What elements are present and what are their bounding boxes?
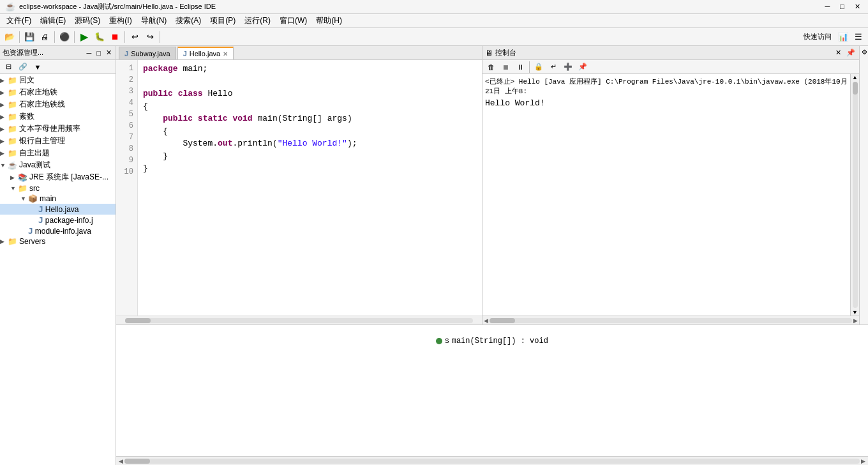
editor-tab-Subway-java[interactable]: JSubway.java [119,47,176,59]
tab-close-btn[interactable]: ✕ [223,50,228,57]
close-button[interactable]: ✕ [852,3,863,11]
tree-item[interactable]: ▶📁石家庄地铁线 [0,98,116,111]
console-sep [529,61,530,73]
bottom-scroll-left[interactable]: ◀ [117,458,124,464]
menu-item[interactable]: 搜索(A) [172,14,205,27]
right-strip-btn[interactable]: ⚙ [859,47,868,57]
console-close-btn[interactable]: ✕ [834,49,842,57]
outline-content: S main(String[]) : void [116,325,868,456]
tree-arrow-icon: ▼ [10,185,18,192]
editor-tab-Hello-java[interactable]: JHello.java✕ [177,47,234,59]
tree-item[interactable]: ▼☕Java测试 [0,159,116,171]
tree-arrow-icon: ▶ [0,150,8,156]
toolbar-btn-6[interactable]: ↪ [143,30,157,44]
tree-item-label: 银行自主管理 [19,135,65,146]
console-hscroll-track [490,318,852,323]
perspective-btn-2[interactable]: ☰ [851,30,865,44]
editor-area: JSubway.javaJHello.java✕ 12345678910 pac… [116,46,483,324]
menu-item[interactable]: 运行(R) [241,14,274,27]
collapse-all-btn[interactable]: ⊟ [1,60,15,74]
console-header: 🖥 控制台 ✕ 📌 [483,46,859,60]
tree-item[interactable]: ▶📚JRE 系统库 [JavaSE-... [0,171,116,183]
toolbar-stop[interactable]: ⏹ [108,30,122,44]
menu-item[interactable]: 项目(P) [206,14,239,27]
console-scroll-right[interactable]: ▶ [852,317,859,324]
console-vertical-scrollbar[interactable]: ▲ ▼ [850,74,859,316]
link-editor-btn[interactable]: 🔗 [16,60,30,74]
console-terminate-btn[interactable]: ⏸ [513,60,527,74]
folder-icon: 📁 [8,76,17,85]
toolbar-btn-1[interactable]: 📂 [3,30,17,44]
folder-icon: 📁 [8,237,17,246]
console-scrollbar-bottom[interactable]: ◀ ▶ [483,316,859,324]
console-word-wrap-btn[interactable]: ↵ [546,60,560,74]
tree-arrow-icon: ▶ [10,174,18,181]
code-line: } [143,150,477,163]
panel-maximize-btn[interactable]: □ [95,49,102,57]
bottom-scroll-track [124,459,860,464]
tree-item[interactable]: ▼📦main [0,194,116,204]
menu-bar: 文件(F)编辑(E)源码(S)重构(I)导航(N)搜索(A)项目(P)运行(R)… [0,14,868,28]
panel-minimize-btn[interactable]: ─ [86,49,93,57]
console-body: <已终止> Hello [Java 应用程序] C:\Program Files… [483,74,859,316]
java-file-icon: J [38,215,43,225]
code-content[interactable]: package main; public class Hello { publi… [138,60,482,316]
tree-item-label: src [29,184,40,193]
console-scroll-lock-btn[interactable]: 🔒 [532,60,546,74]
line-number: 7 [119,132,133,143]
menu-item[interactable]: 源码(S) [71,14,104,27]
folder-icon: 📁 [18,184,27,193]
toolbar-btn-4[interactable]: ⚫ [57,30,71,44]
toolbar-run[interactable]: ▶ [77,30,91,44]
perspective-btn-1[interactable]: 📊 [836,30,850,44]
console-clear-btn[interactable]: 🗑 [484,60,498,74]
bottom-scrollbar[interactable]: ◀ ▶ [116,456,868,465]
outline-method-item[interactable]: S main(String[]) : void [436,335,548,347]
console-scroll-left[interactable]: ◀ [483,317,490,324]
minimize-button[interactable]: ─ [823,3,833,11]
tree-item[interactable]: ▶📁自主出题 [0,147,116,159]
console-vscroll-track [853,82,858,308]
console-pin2-btn[interactable]: 📌 [576,60,590,74]
menu-item[interactable]: 编辑(E) [36,14,70,27]
line-number: 1 [119,63,133,74]
line-number: 5 [119,109,133,120]
library-icon: 📚 [18,173,27,182]
panel-close-btn[interactable]: ✕ [105,49,113,57]
tree-item[interactable]: ▶📁银行自主管理 [0,135,116,147]
menu-item[interactable]: 导航(N) [137,14,171,27]
console-pin-btn[interactable]: 📌 [845,49,857,57]
toolbar-btn-5[interactable]: ↩ [128,30,142,44]
folder-icon: 📁 [8,125,17,133]
tree-item[interactable]: ▶📁素数 [0,111,116,123]
tree-item[interactable]: ▶📁回文 [0,74,116,86]
tree-item[interactable]: ▶📁石家庄地铁 [0,86,116,98]
code-line [143,175,477,188]
tree-item[interactable]: Jmodule-info.java [0,225,116,236]
toolbar-btn-2[interactable]: 💾 [22,30,36,44]
console-vscroll-up[interactable]: ▲ [852,74,858,80]
editor-scrollbar[interactable] [116,316,482,324]
toolbar-btn-3[interactable]: 🖨 [38,30,52,44]
console-new-btn[interactable]: ➕ [561,60,575,74]
console-vscroll-down[interactable]: ▼ [852,309,858,316]
bottom-scroll-right[interactable]: ▶ [860,458,867,464]
tree-item[interactable]: Jpackage-info.j [0,215,116,225]
tree-item[interactable]: ▶📁Servers [0,236,116,247]
menu-item[interactable]: 重构(I) [105,14,135,27]
menu-item[interactable]: 窗口(W) [276,14,311,27]
menu-item[interactable]: 帮助(H) [312,14,346,27]
tree-item[interactable]: ▼📁src [0,183,116,194]
package-explorer-header: 包资源管理... ─ □ ✕ [0,46,116,60]
menu-item[interactable]: 文件(F) [3,14,35,27]
console-vscroll-thumb [853,82,858,95]
code-editor[interactable]: 12345678910 package main; public class H… [116,60,482,316]
quick-access-btn[interactable]: 快速访问 [800,30,835,44]
maximize-button[interactable]: □ [837,3,847,11]
view-menu-btn[interactable]: ▼ [31,60,45,74]
line-number: 8 [119,143,133,155]
tree-item[interactable]: ▶📁文本字母使用频率 [0,123,116,135]
console-stop-btn[interactable]: ⏹ [498,60,513,74]
toolbar-debug[interactable]: 🐛 [93,30,107,44]
tree-item[interactable]: JHello.java [0,204,116,215]
